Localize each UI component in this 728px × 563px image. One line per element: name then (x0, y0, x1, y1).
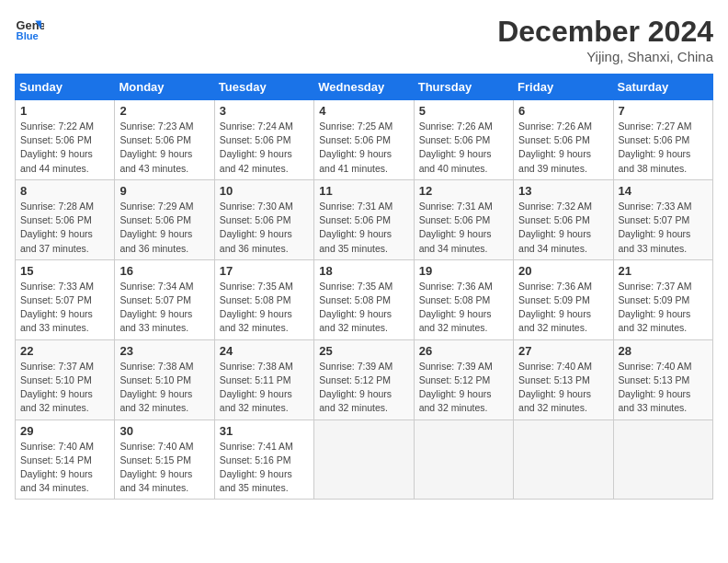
day-info: Sunrise: 7:37 AMSunset: 5:10 PMDaylight:… (20, 361, 94, 414)
weekday-header-friday: Friday (514, 75, 613, 100)
calendar-cell: 8 Sunrise: 7:28 AMSunset: 5:06 PMDayligh… (16, 179, 115, 259)
calendar-week-row: 22 Sunrise: 7:37 AMSunset: 5:10 PMDaylig… (16, 339, 713, 419)
day-number: 2 (119, 104, 209, 118)
weekday-header-tuesday: Tuesday (214, 75, 313, 100)
weekday-header-saturday: Saturday (613, 75, 712, 100)
calendar-cell: 16 Sunrise: 7:34 AMSunset: 5:07 PMDaylig… (115, 259, 214, 339)
title-block: December 2024 Yijing, Shanxi, China (497, 15, 713, 64)
calendar-cell: 22 Sunrise: 7:37 AMSunset: 5:10 PMDaylig… (16, 339, 115, 419)
day-number: 29 (20, 424, 109, 438)
day-number: 19 (419, 264, 508, 278)
day-info: Sunrise: 7:40 AMSunset: 5:13 PMDaylight:… (518, 361, 592, 414)
calendar-week-row: 29 Sunrise: 7:40 AMSunset: 5:14 PMDaylig… (16, 419, 713, 500)
calendar-cell: 11 Sunrise: 7:31 AMSunset: 5:06 PMDaylig… (314, 179, 414, 259)
svg-text:Blue: Blue (17, 30, 39, 41)
calendar-cell: 14 Sunrise: 7:33 AMSunset: 5:07 PMDaylig… (613, 179, 712, 259)
day-info: Sunrise: 7:32 AMSunset: 5:06 PMDaylight:… (518, 201, 592, 254)
weekday-header-thursday: Thursday (414, 75, 513, 100)
calendar-week-row: 15 Sunrise: 7:33 AMSunset: 5:07 PMDaylig… (16, 259, 713, 339)
day-info: Sunrise: 7:38 AMSunset: 5:10 PMDaylight:… (119, 361, 193, 414)
calendar-cell: 27 Sunrise: 7:40 AMSunset: 5:13 PMDaylig… (514, 339, 613, 419)
page-header: General Blue December 2024 Yijing, Shanx… (15, 15, 713, 64)
calendar-cell: 23 Sunrise: 7:38 AMSunset: 5:10 PMDaylig… (115, 339, 214, 419)
logo-icon: General Blue (15, 15, 44, 44)
day-number: 13 (518, 184, 608, 198)
day-info: Sunrise: 7:37 AMSunset: 5:09 PMDaylight:… (619, 281, 692, 334)
day-number: 20 (518, 264, 608, 278)
day-info: Sunrise: 7:39 AMSunset: 5:12 PMDaylight:… (419, 361, 493, 414)
calendar-cell (414, 419, 513, 500)
day-number: 24 (220, 344, 309, 358)
calendar-cell: 25 Sunrise: 7:39 AMSunset: 5:12 PMDaylig… (314, 339, 414, 419)
calendar-cell: 29 Sunrise: 7:40 AMSunset: 5:14 PMDaylig… (16, 419, 115, 500)
day-number: 21 (619, 264, 708, 278)
day-number: 5 (419, 104, 508, 118)
day-info: Sunrise: 7:33 AMSunset: 5:07 PMDaylight:… (619, 201, 692, 254)
day-info: Sunrise: 7:27 AMSunset: 5:06 PMDaylight:… (619, 121, 692, 174)
day-info: Sunrise: 7:34 AMSunset: 5:07 PMDaylight:… (119, 281, 193, 334)
day-number: 18 (319, 264, 408, 278)
calendar-cell: 28 Sunrise: 7:40 AMSunset: 5:13 PMDaylig… (613, 339, 712, 419)
day-number: 12 (419, 184, 508, 198)
day-number: 27 (518, 344, 608, 358)
day-number: 15 (20, 264, 109, 278)
day-info: Sunrise: 7:30 AMSunset: 5:06 PMDaylight:… (220, 201, 293, 254)
day-info: Sunrise: 7:29 AMSunset: 5:06 PMDaylight:… (119, 201, 193, 254)
calendar-cell: 4 Sunrise: 7:25 AMSunset: 5:06 PMDayligh… (314, 100, 414, 180)
calendar-cell: 18 Sunrise: 7:35 AMSunset: 5:08 PMDaylig… (314, 259, 414, 339)
weekday-header-monday: Monday (115, 75, 214, 100)
calendar-cell: 10 Sunrise: 7:30 AMSunset: 5:06 PMDaylig… (214, 179, 313, 259)
day-number: 28 (619, 344, 708, 358)
day-info: Sunrise: 7:39 AMSunset: 5:12 PMDaylight:… (319, 361, 392, 414)
calendar-cell: 21 Sunrise: 7:37 AMSunset: 5:09 PMDaylig… (613, 259, 712, 339)
day-info: Sunrise: 7:24 AMSunset: 5:06 PMDaylight:… (220, 121, 293, 174)
day-info: Sunrise: 7:40 AMSunset: 5:15 PMDaylight:… (119, 441, 193, 494)
weekday-header-wednesday: Wednesday (314, 75, 414, 100)
day-number: 16 (119, 264, 209, 278)
day-number: 22 (20, 344, 109, 358)
day-info: Sunrise: 7:36 AMSunset: 5:09 PMDaylight:… (518, 281, 592, 334)
calendar-cell: 31 Sunrise: 7:41 AMSunset: 5:16 PMDaylig… (214, 419, 313, 500)
calendar-cell: 17 Sunrise: 7:35 AMSunset: 5:08 PMDaylig… (214, 259, 313, 339)
calendar-cell: 30 Sunrise: 7:40 AMSunset: 5:15 PMDaylig… (115, 419, 214, 500)
day-info: Sunrise: 7:26 AMSunset: 5:06 PMDaylight:… (419, 121, 493, 174)
calendar-cell: 20 Sunrise: 7:36 AMSunset: 5:09 PMDaylig… (514, 259, 613, 339)
day-number: 9 (119, 184, 209, 198)
day-number: 10 (220, 184, 309, 198)
day-info: Sunrise: 7:31 AMSunset: 5:06 PMDaylight:… (319, 201, 392, 254)
day-number: 1 (20, 104, 109, 118)
logo: General Blue (15, 15, 44, 44)
day-info: Sunrise: 7:40 AMSunset: 5:14 PMDaylight:… (20, 441, 94, 494)
day-info: Sunrise: 7:41 AMSunset: 5:16 PMDaylight:… (220, 441, 293, 494)
day-info: Sunrise: 7:35 AMSunset: 5:08 PMDaylight:… (220, 281, 293, 334)
calendar-cell: 2 Sunrise: 7:23 AMSunset: 5:06 PMDayligh… (115, 100, 214, 180)
calendar-table: SundayMondayTuesdayWednesdayThursdayFrid… (15, 74, 713, 500)
day-number: 11 (319, 184, 408, 198)
calendar-cell: 6 Sunrise: 7:26 AMSunset: 5:06 PMDayligh… (514, 100, 613, 180)
day-info: Sunrise: 7:31 AMSunset: 5:06 PMDaylight:… (419, 201, 493, 254)
calendar-cell (314, 419, 414, 500)
day-info: Sunrise: 7:22 AMSunset: 5:06 PMDaylight:… (20, 121, 94, 174)
calendar-cell: 13 Sunrise: 7:32 AMSunset: 5:06 PMDaylig… (514, 179, 613, 259)
day-number: 25 (319, 344, 408, 358)
calendar-cell: 12 Sunrise: 7:31 AMSunset: 5:06 PMDaylig… (414, 179, 513, 259)
calendar-cell (613, 419, 712, 500)
calendar-cell: 3 Sunrise: 7:24 AMSunset: 5:06 PMDayligh… (214, 100, 313, 180)
day-info: Sunrise: 7:33 AMSunset: 5:07 PMDaylight:… (20, 281, 94, 334)
location: Yijing, Shanxi, China (497, 49, 713, 64)
calendar-week-row: 1 Sunrise: 7:22 AMSunset: 5:06 PMDayligh… (16, 100, 713, 180)
calendar-cell: 19 Sunrise: 7:36 AMSunset: 5:08 PMDaylig… (414, 259, 513, 339)
calendar-cell: 1 Sunrise: 7:22 AMSunset: 5:06 PMDayligh… (16, 100, 115, 180)
day-number: 4 (319, 104, 408, 118)
calendar-week-row: 8 Sunrise: 7:28 AMSunset: 5:06 PMDayligh… (16, 179, 713, 259)
calendar-cell: 15 Sunrise: 7:33 AMSunset: 5:07 PMDaylig… (16, 259, 115, 339)
month-year: December 2024 (497, 15, 713, 49)
day-number: 8 (20, 184, 109, 198)
day-info: Sunrise: 7:35 AMSunset: 5:08 PMDaylight:… (319, 281, 392, 334)
day-number: 23 (119, 344, 209, 358)
calendar-cell: 5 Sunrise: 7:26 AMSunset: 5:06 PMDayligh… (414, 100, 513, 180)
day-info: Sunrise: 7:28 AMSunset: 5:06 PMDaylight:… (20, 201, 94, 254)
day-number: 17 (220, 264, 309, 278)
weekday-header-sunday: Sunday (16, 75, 115, 100)
day-info: Sunrise: 7:40 AMSunset: 5:13 PMDaylight:… (619, 361, 692, 414)
